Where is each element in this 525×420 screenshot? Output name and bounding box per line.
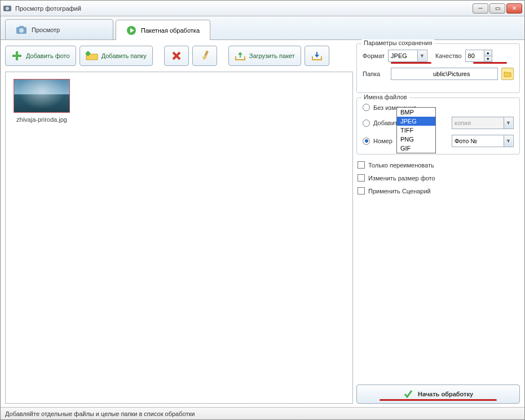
folder-value: ublic\Pictures	[433, 70, 470, 77]
add-photo-label: Добавить фото	[26, 52, 70, 59]
add-folder-button[interactable]: Добавить папку	[80, 46, 153, 66]
check-resize-label: Изменить размер фото	[368, 175, 435, 182]
start-processing-button[interactable]: Начать обработку	[356, 384, 520, 404]
number-template-combo[interactable]: Фото № ▼	[452, 135, 514, 147]
status-bar: Добавляйте отдельные файлы и целые папки…	[1, 407, 524, 419]
save-params-legend: Параметры сохранения	[361, 39, 434, 46]
format-option-png[interactable]: PNG	[397, 135, 435, 144]
start-processing-label: Начать обработку	[418, 391, 473, 397]
load-batch-label: Загрузить пакет	[249, 52, 295, 59]
tab-batch[interactable]: Пакетная обработка	[116, 20, 210, 40]
annotation-underline	[391, 62, 431, 64]
thumbnail-caption: zhivaja-priroda.jpg	[16, 116, 67, 123]
check-scenario-label: Применить Сценарий	[368, 188, 431, 194]
svg-rect-8	[12, 55, 21, 57]
chevron-down-icon: ▼	[504, 135, 513, 147]
file-list[interactable]: zhivaja-priroda.jpg	[5, 72, 353, 404]
svg-rect-10	[86, 52, 90, 55]
status-text: Добавляйте отдельные файлы и целые папки…	[5, 410, 195, 417]
spin-down[interactable]: ▼	[484, 56, 492, 62]
radio-number[interactable]	[363, 138, 370, 145]
toolbar: Добавить фото Добавить папку Загрузить п…	[5, 43, 353, 68]
format-option-jpeg[interactable]: JPEG	[397, 117, 435, 126]
filenames-group: Имена файлов Без изменения Добавить копи…	[356, 98, 520, 154]
add-photo-button[interactable]: Добавить фото	[5, 46, 76, 66]
tab-batch-label: Пакетная обработка	[141, 27, 200, 34]
svg-rect-4	[19, 26, 24, 28]
maximize-button[interactable]: ▭	[489, 3, 505, 14]
titlebar: Просмотр фотографий ─ ▭ ✕	[1, 1, 524, 16]
add-folder-label: Добавить папку	[102, 52, 147, 59]
format-label: Формат	[363, 52, 385, 59]
chevron-down-icon: ▼	[417, 50, 426, 61]
play-icon	[126, 25, 136, 36]
load-batch-button[interactable]: Загрузить пакет	[228, 46, 301, 66]
check-resize[interactable]	[358, 174, 365, 182]
format-option-tiff[interactable]: TIFF	[397, 126, 435, 135]
quality-value: 80	[468, 52, 475, 59]
quality-spinner[interactable]: 80 ▲ ▼	[465, 50, 492, 62]
check-rename-only-label: Только переименовать	[368, 162, 434, 169]
tab-view-label: Просмотр	[32, 26, 60, 33]
download-icon	[311, 51, 323, 61]
svg-rect-13	[204, 51, 209, 57]
plus-icon	[11, 50, 23, 61]
tab-view[interactable]: Просмотр	[5, 19, 113, 39]
minimize-button[interactable]: ─	[473, 3, 488, 14]
upload-icon	[235, 51, 246, 61]
format-option-bmp[interactable]: BMP	[397, 108, 435, 117]
brush-icon	[199, 50, 210, 61]
check-scenario[interactable]	[358, 187, 365, 194]
format-dropdown[interactable]: BMP JPEG TIFF PNG GIF	[396, 107, 436, 153]
app-icon	[3, 4, 12, 13]
radio-add[interactable]	[363, 120, 370, 127]
quality-label: Качество	[435, 52, 462, 59]
check-rename-only[interactable]	[358, 161, 365, 169]
format-combo[interactable]: JPEG ▼	[388, 50, 427, 62]
folder-label: Папка	[363, 70, 387, 77]
list-item[interactable]: zhivaja-priroda.jpg	[12, 79, 71, 123]
radio-number-label: Номер	[373, 138, 392, 144]
format-option-gif[interactable]: GIF	[397, 144, 435, 153]
folder-plus-icon	[86, 51, 98, 61]
number-template-value: Фото №	[455, 138, 477, 144]
camera-icon	[16, 25, 27, 34]
save-batch-button[interactable]	[305, 46, 329, 66]
svg-point-1	[6, 7, 9, 10]
window-title: Просмотр фотографий	[15, 5, 473, 12]
add-suffix-value: копия	[455, 120, 471, 126]
browse-folder-button[interactable]	[501, 68, 514, 80]
check-icon	[403, 389, 413, 399]
folder-icon	[504, 70, 511, 77]
folder-input[interactable]: ublic\Pictures	[391, 68, 498, 80]
radio-nochange[interactable]	[363, 104, 370, 111]
add-suffix-combo[interactable]: копия ▼	[452, 117, 514, 129]
svg-point-3	[19, 28, 24, 33]
thumbnail-image	[14, 79, 70, 113]
clear-button[interactable]	[192, 46, 217, 66]
spin-up[interactable]: ▲	[484, 50, 492, 56]
annotation-underline	[380, 399, 497, 401]
save-params-group: Параметры сохранения Формат JPEG ▼ Качес…	[356, 43, 520, 93]
annotation-underline	[473, 62, 507, 64]
format-value: JPEG	[391, 52, 407, 59]
delete-icon	[171, 50, 182, 61]
delete-button[interactable]	[164, 46, 189, 66]
chevron-down-icon: ▼	[504, 117, 513, 129]
tabs-bar: Просмотр Пакетная обработка	[1, 16, 524, 40]
filenames-legend: Имена файлов	[361, 94, 409, 100]
close-button[interactable]: ✕	[506, 3, 522, 14]
